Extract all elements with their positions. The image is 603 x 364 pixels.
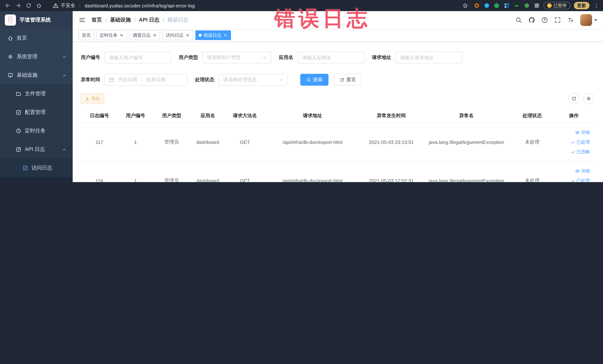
extension-icon-blue[interactable] bbox=[483, 2, 490, 9]
tab-scheduled-tasks[interactable]: 定时任务 bbox=[96, 30, 127, 40]
sidebar-item-scheduled-tasks[interactable]: 定时任务 bbox=[0, 122, 73, 140]
search-icon bbox=[306, 77, 311, 82]
tab-dispatch-log[interactable]: 调度日志 bbox=[129, 30, 160, 40]
menu-label: 访问日志 bbox=[32, 165, 52, 171]
filter-request-url: 请求地址 bbox=[372, 52, 462, 63]
caret-down-icon bbox=[594, 19, 597, 21]
cell-user-id: 1 bbox=[118, 161, 153, 182]
avatar bbox=[580, 14, 592, 26]
filter-label: 应用名 bbox=[279, 54, 293, 61]
exception-time-range-picker[interactable]: 开始日期 - 结束日期 bbox=[104, 74, 188, 86]
search-button[interactable]: 搜索 bbox=[300, 74, 328, 86]
extension-icon-grid[interactable] bbox=[503, 2, 510, 9]
cell-status: 未处理 bbox=[511, 161, 554, 182]
forward-button[interactable] bbox=[13, 1, 23, 10]
screen: 不安全 dashboard.yudao.iocoder.cn/infra/log… bbox=[0, 0, 603, 182]
column-header-status: 处理状态 bbox=[511, 109, 554, 123]
chevron-up-icon bbox=[62, 73, 67, 78]
security-indicator[interactable]: 不安全 bbox=[53, 2, 75, 9]
export-button[interactable]: 导出 bbox=[81, 94, 104, 104]
detail-link[interactable]: 详细 bbox=[575, 129, 590, 136]
column-header-app-name: 应用名 bbox=[190, 109, 225, 123]
cell-actions: 详细 已处理 已忽略 bbox=[554, 161, 594, 182]
extension-icon-on-badge[interactable]: on bbox=[513, 2, 520, 9]
column-settings-button[interactable] bbox=[583, 93, 594, 104]
processed-link[interactable]: 已处理 bbox=[570, 177, 590, 182]
sidebar-item-system-management[interactable]: 系统管理 bbox=[0, 47, 73, 66]
font-size-icon[interactable] bbox=[567, 17, 574, 23]
menu-label: 文件管理 bbox=[25, 91, 46, 97]
detail-link[interactable]: 详细 bbox=[575, 168, 590, 174]
refresh-button[interactable] bbox=[568, 93, 579, 104]
bookmark-star-icon[interactable] bbox=[460, 1, 470, 10]
sidebar-item-access-log[interactable]: 访问日志 bbox=[0, 159, 73, 177]
breadcrumb-item-infrastructure[interactable]: 基础设施 bbox=[110, 17, 131, 23]
close-icon[interactable] bbox=[185, 33, 190, 37]
header-actions bbox=[515, 14, 597, 26]
search-icon[interactable] bbox=[515, 17, 522, 23]
fullscreen-icon[interactable] bbox=[554, 17, 561, 23]
cell-method: GET bbox=[225, 123, 264, 161]
menu-label: 定时任务 bbox=[25, 128, 46, 134]
extension-icon-orange-ring[interactable] bbox=[473, 2, 480, 9]
breadcrumb-item-api-logs[interactable]: API 日志 bbox=[139, 17, 159, 23]
cell-log-id: 117 bbox=[81, 123, 118, 161]
cell-method: GET bbox=[225, 161, 264, 182]
column-header-request-url: 请求地址 bbox=[264, 109, 361, 123]
app-shell: 芋道管理系统 首页 系统管理 基础设施 bbox=[0, 11, 603, 182]
breadcrumb-separator: / bbox=[163, 17, 164, 23]
browser-menu-icon[interactable]: ⋮ bbox=[593, 2, 600, 9]
paused-badge[interactable]: 已暂停 bbox=[543, 2, 570, 9]
table-row: 117 1 管理员 dashboard GET /api/infra/db-do… bbox=[81, 123, 594, 161]
logo[interactable]: 芋道管理系统 bbox=[0, 11, 73, 29]
tab-access-log[interactable]: 访问日志 bbox=[162, 30, 193, 40]
column-header-exception-name: 异常名 bbox=[422, 109, 511, 123]
chevron-down-icon bbox=[262, 55, 268, 60]
breadcrumb-item-error-log: 错误日志 bbox=[168, 17, 188, 23]
address-bar[interactable]: dashboard.yudao.iocoder.cn/infra/log/api… bbox=[84, 3, 195, 8]
update-button[interactable]: 更新 bbox=[574, 2, 589, 9]
cell-exception: java.lang.IllegalArgumentException bbox=[422, 161, 511, 182]
search-label: 搜索 bbox=[313, 76, 323, 83]
breadcrumb-item-home[interactable]: 首页 bbox=[92, 17, 102, 23]
sidebar-item-api-logs[interactable]: API 日志 bbox=[0, 140, 73, 159]
range-separator: - bbox=[141, 77, 142, 82]
user-menu[interactable] bbox=[580, 14, 597, 26]
sidebar-item-error-log[interactable]: 错误日志 bbox=[0, 177, 73, 182]
menu-label: 基础设施 bbox=[17, 72, 37, 79]
column-header-user-id: 用户编号 bbox=[118, 109, 153, 123]
home-button[interactable] bbox=[34, 1, 44, 10]
reset-button[interactable]: 重置 bbox=[334, 74, 362, 86]
close-icon[interactable] bbox=[119, 33, 124, 37]
ignored-link[interactable]: 已忽略 bbox=[570, 149, 590, 155]
close-icon[interactable] bbox=[152, 33, 157, 37]
processed-link[interactable]: 已处理 bbox=[570, 139, 590, 145]
sidebar-item-config-management[interactable]: 配置管理 bbox=[0, 103, 73, 122]
extension-icon-leaf[interactable] bbox=[523, 2, 530, 9]
user-type-select[interactable]: 请选择用户类型 bbox=[202, 52, 271, 63]
back-button[interactable] bbox=[3, 1, 13, 10]
extension-icon-puzzle[interactable] bbox=[533, 2, 540, 9]
check-icon bbox=[570, 149, 575, 154]
sidebar-item-home[interactable]: 首页 bbox=[0, 29, 73, 47]
tab-label: 定时任务 bbox=[100, 32, 117, 38]
app-name-input[interactable] bbox=[298, 52, 364, 63]
tab-home[interactable]: 首页 bbox=[79, 30, 94, 40]
sidebar-collapse-icon[interactable] bbox=[79, 16, 86, 24]
sidebar-item-file-management[interactable]: 文件管理 bbox=[0, 84, 73, 103]
user-id-input[interactable] bbox=[104, 52, 171, 63]
error-log-table: 日志编号 用户编号 用户类型 应用名 请求方法名 请求地址 异常发生时间 异常名… bbox=[81, 109, 594, 182]
request-url-input[interactable] bbox=[395, 52, 462, 63]
help-icon[interactable] bbox=[541, 17, 548, 23]
column-header-log-id: 日志编号 bbox=[81, 109, 118, 123]
process-status-select[interactable]: 请选择处理状态 bbox=[219, 74, 288, 86]
browser-chrome: 不安全 dashboard.yudao.iocoder.cn/infra/log… bbox=[0, 0, 603, 11]
github-icon[interactable] bbox=[528, 17, 535, 23]
sidebar-item-infrastructure[interactable]: 基础设施 bbox=[0, 66, 73, 84]
chevron-down-icon bbox=[278, 77, 284, 83]
reload-button[interactable] bbox=[24, 1, 33, 10]
close-icon[interactable] bbox=[223, 33, 228, 37]
extension-icon-green[interactable] bbox=[493, 2, 500, 9]
active-tab-dot bbox=[199, 34, 202, 37]
tab-error-log[interactable]: 错误日志 bbox=[195, 30, 231, 40]
